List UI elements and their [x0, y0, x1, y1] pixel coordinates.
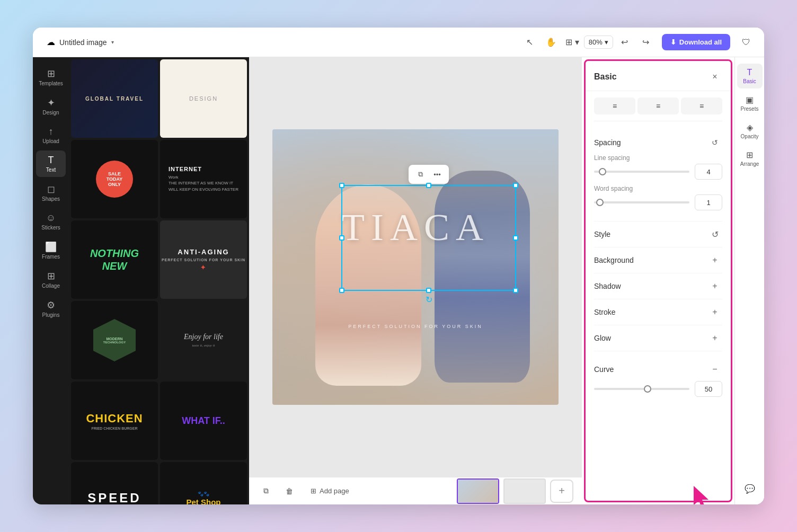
far-right-opacity[interactable]: ◈ Opacity [737, 118, 763, 144]
far-right-basic[interactable]: T Basic [737, 64, 763, 88]
sidebar-item-frames[interactable]: ⬜ Frames [36, 237, 66, 264]
sidebar-item-design[interactable]: ✦ Design [36, 93, 66, 120]
undo-button[interactable]: ↩ [615, 33, 634, 52]
align-left-button[interactable]: ≡ [594, 97, 635, 114]
word-spacing-thumb[interactable] [596, 199, 604, 206]
title-chevron-icon: ▾ [111, 39, 114, 45]
sidebar-item-upload[interactable]: ↑ Upload [36, 122, 66, 148]
curve-value[interactable]: 50 [695, 381, 722, 397]
plugins-icon: ⚙ [47, 299, 55, 311]
template-internet-work[interactable]: INTERNET WorkTHE INTERNET AS WE KNOW ITW… [160, 140, 247, 218]
basic-panel: Basic × ≡ ≡ ≡ Spacing ↺ Line spacing [584, 59, 732, 502]
align-right-button[interactable]: ≡ [681, 97, 722, 114]
copy-page-button[interactable]: ⧉ [258, 483, 274, 500]
far-right-comment[interactable]: 💬 [737, 480, 763, 498]
word-spacing-track[interactable] [594, 201, 689, 203]
delete-page-button[interactable]: 🗑 [281, 483, 298, 500]
glow-section: Glow + [594, 325, 722, 351]
line-spacing-track[interactable] [594, 171, 689, 173]
select-tool-button[interactable]: ↖ [520, 33, 539, 52]
canvas-image[interactable]: TIACA PERFECT SOLUTION FOR YOUR SKIN ⧉ •… [272, 129, 559, 405]
file-menu[interactable]: ☁ Untitled image ▾ [41, 34, 119, 50]
template-chicken[interactable]: CHICKEN FRIED CHICKEN BURGER [71, 382, 158, 460]
template-what-if[interactable]: WHAT IF.. [160, 382, 247, 460]
view-options-button[interactable]: ⊞ ▾ [563, 33, 582, 52]
curve-collapse-button[interactable]: − [707, 362, 722, 377]
shadow-add-button[interactable]: + [707, 279, 722, 294]
word-spacing-slider-row: 1 [594, 194, 722, 210]
redo-button[interactable]: ↪ [636, 33, 656, 52]
background-add-button[interactable]: + [707, 253, 722, 268]
spacing-label: Spacing [594, 138, 621, 147]
far-right-arrange[interactable]: ⊞ Arrange [737, 146, 763, 171]
text-icon: T [48, 155, 54, 166]
canvas-wrapper[interactable]: TIACA PERFECT SOLUTION FOR YOUR SKIN ⧉ •… [249, 57, 582, 477]
template-speed[interactable]: SPEED VICTOR [71, 462, 158, 504]
spacing-reset-button[interactable]: ↺ [707, 135, 722, 150]
align-center-button[interactable]: ≡ [637, 97, 679, 114]
basic-icon: T [747, 68, 752, 77]
background-label: Background [594, 256, 634, 264]
add-page-plus-button[interactable]: + [550, 480, 573, 503]
add-page-button[interactable]: ⊞ Add page [304, 484, 356, 498]
bottom-bar: ⧉ 🗑 ⊞ Add page + [249, 477, 582, 504]
zoom-selector[interactable]: 80% ▾ [584, 36, 613, 49]
spacing-section: Spacing ↺ Line spacing 4 Word spacing [594, 130, 722, 221]
sidebar-item-templates[interactable]: ⊞ Templates [36, 64, 66, 91]
far-right-panel: T Basic ▣ Presets ◈ Opacity ⊞ Arrange 💬 [734, 57, 764, 504]
template-nothing-new[interactable]: NOTHINGNEW [71, 220, 158, 299]
canvas-area: TIACA PERFECT SOLUTION FOR YOUR SKIN ⧉ •… [249, 57, 582, 504]
sidebar-item-shapes[interactable]: ◻ Shapes [36, 179, 66, 206]
curve-thumb[interactable] [644, 385, 651, 393]
template-sale-today[interactable]: SALE TODAY ONLY [71, 140, 158, 218]
shadow-label: Shadow [594, 282, 621, 290]
download-all-button[interactable]: ⬇ Download all [662, 34, 730, 50]
comment-icon: 💬 [745, 484, 755, 494]
template-global-travel[interactable]: GLOBAL TRAVEL [71, 59, 158, 138]
page-thumb-1[interactable] [457, 478, 499, 504]
pan-tool-button[interactable]: ✋ [542, 33, 561, 52]
curve-section: Curve − 50 [594, 351, 722, 402]
line-spacing-label: Line spacing [594, 154, 722, 162]
add-page-icon: ⊞ [311, 487, 316, 495]
cloud-icon: ☁ [47, 37, 55, 47]
canvas-main-text: TIACA [341, 206, 490, 250]
presets-icon: ▣ [746, 95, 754, 105]
line-spacing-value[interactable]: 4 [695, 164, 722, 180]
sidebar-item-text[interactable]: T Text [36, 150, 66, 177]
opacity-icon: ◈ [747, 122, 753, 132]
template-modern-tech[interactable]: MODERN TECHNOLOGY [71, 301, 158, 379]
frames-icon: ⬜ [45, 241, 57, 253]
stroke-label: Stroke [594, 308, 615, 316]
sidebar-item-stickers[interactable]: ☺ Stickers [36, 208, 66, 235]
far-right-presets[interactable]: ▣ Presets [737, 91, 763, 116]
upload-icon: ↑ [49, 126, 54, 137]
panel-close-button[interactable]: × [707, 69, 722, 84]
glow-label: Glow [594, 334, 611, 342]
glow-add-button[interactable]: + [707, 331, 722, 345]
template-enjoy-life[interactable]: Enjoy for life taste it, enjoy it [160, 301, 247, 379]
template-design[interactable]: DESIGN [160, 59, 247, 138]
templates-panel: GLOBAL TRAVEL DESIGN SALE TODAY ONLY [69, 57, 249, 504]
template-anti-aging[interactable]: ANTI-AGING PERFECT SOLUTION FOR YOUR SKI… [160, 220, 247, 299]
curve-slider-row: 50 [594, 381, 722, 397]
zoom-chevron-icon: ▾ [605, 38, 608, 46]
curve-header-row: Curve − [594, 357, 722, 377]
word-spacing-label: Word spacing [594, 185, 722, 192]
page-thumb-2[interactable] [503, 478, 546, 504]
alignment-row: ≡ ≡ ≡ [594, 97, 722, 121]
word-spacing-value[interactable]: 1 [695, 194, 722, 210]
sidebar-item-collage[interactable]: ⊞ Collage [36, 266, 66, 293]
curve-track[interactable] [594, 388, 689, 390]
template-pet-shop[interactable]: 🐾🐾 Pet Shop Pet food & Accessories [160, 462, 247, 504]
top-bar: ☁ Untitled image ▾ ↖ ✋ ⊞ ▾ 80% ▾ ↩ ↪ ⬇ D… [33, 28, 764, 57]
sidebar-item-plugins[interactable]: ⚙ Plugins [36, 295, 66, 322]
panel-header: Basic × [586, 61, 731, 91]
panel-body: ≡ ≡ ≡ Spacing ↺ Line spacing 4 [586, 91, 731, 501]
style-reset-button[interactable]: ↺ [707, 227, 722, 242]
line-spacing-thumb[interactable] [599, 168, 606, 175]
document-title: Untitled image [59, 38, 107, 47]
main-content: ⊞ Templates ✦ Design ↑ Upload T Text ◻ S… [33, 57, 764, 504]
stroke-add-button[interactable]: + [707, 305, 722, 320]
shapes-icon: ◻ [47, 183, 55, 195]
